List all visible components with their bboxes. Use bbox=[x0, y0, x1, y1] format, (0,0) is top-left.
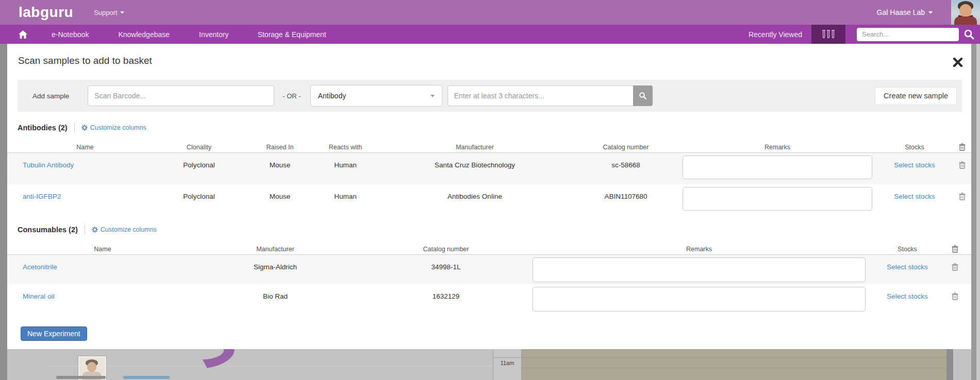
divider bbox=[74, 123, 75, 132]
create-new-sample-button[interactable]: Create new sample bbox=[875, 87, 957, 105]
labguru-logo: labguru bbox=[19, 0, 73, 25]
catalog-number-value: sc-58668 bbox=[573, 153, 678, 169]
trash-icon bbox=[952, 245, 958, 253]
sample-search-input[interactable] bbox=[447, 85, 633, 106]
consumables-section-header: Consumables (2) Customize columns bbox=[18, 225, 157, 234]
consumable-row: Mineral oil Bio Rad 1632129 Select stock… bbox=[7, 284, 971, 314]
reacts-with-value: Human bbox=[314, 153, 376, 169]
select-stocks-link[interactable]: Select stocks bbox=[894, 161, 935, 169]
sample-search-button[interactable] bbox=[633, 85, 653, 106]
select-stocks-link[interactable]: Select stocks bbox=[887, 292, 928, 300]
delete-row-button[interactable] bbox=[952, 292, 958, 300]
manufacturer-value: Santa Cruz Biotechnology bbox=[376, 153, 573, 169]
col-header-stocks: Stocks bbox=[876, 144, 953, 151]
avatar-shirt bbox=[954, 16, 977, 25]
lab-name: Gal Haase Lab bbox=[877, 8, 925, 16]
nav-item-enotebook[interactable]: e-Notebook bbox=[52, 30, 89, 39]
delete-all-antibodies-button[interactable] bbox=[953, 143, 971, 151]
trash-icon bbox=[959, 161, 966, 169]
thumb-face bbox=[87, 362, 96, 372]
dimmed-page-right-edge bbox=[971, 44, 976, 380]
nav-item-knowledgebase[interactable]: Knowledgebase bbox=[118, 30, 170, 39]
clonality-value: Polyclonal bbox=[153, 153, 245, 169]
add-sample-bar: Add sample - OR - Antibody Create new sa… bbox=[18, 80, 962, 112]
calendar-gutter-cell bbox=[493, 349, 521, 358]
screen: labguru Support Gal Haase Lab e-Notebook… bbox=[0, 0, 980, 380]
chevron-down-icon bbox=[120, 11, 124, 14]
sample-type-select[interactable]: Antibody bbox=[310, 85, 442, 107]
dimmed-background-content: Sample 11am bbox=[7, 349, 971, 380]
recently-viewed-button[interactable]: Recently Viewed bbox=[749, 30, 802, 39]
calendar-half-hour-line bbox=[522, 368, 946, 368]
remarks-textarea[interactable] bbox=[683, 156, 872, 179]
clonality-value: Polyclonal bbox=[153, 184, 245, 200]
nav-right-group: Recently Viewed bbox=[749, 25, 980, 44]
raised-in-value: Mouse bbox=[245, 153, 314, 169]
home-button[interactable] bbox=[19, 30, 27, 39]
search-icon bbox=[639, 92, 647, 100]
support-menu[interactable]: Support bbox=[94, 9, 124, 16]
consumables-header-row: Name Manufacturer Catalog number Remarks… bbox=[7, 244, 971, 255]
new-experiment-button[interactable]: New Experiment bbox=[21, 326, 87, 341]
background-divider bbox=[49, 366, 492, 367]
gear-icon bbox=[81, 125, 88, 131]
global-search-button[interactable] bbox=[964, 29, 975, 40]
nav-item-storage-equipment[interactable]: Storage & Equipment bbox=[258, 30, 326, 39]
calendar-scrollbar[interactable] bbox=[946, 349, 953, 380]
scan-barcode-input[interactable] bbox=[88, 85, 274, 106]
consumable-name-link[interactable]: Mineral oil bbox=[23, 292, 55, 300]
samples-basket-tab[interactable] bbox=[811, 25, 845, 44]
nav-item-inventory[interactable]: Inventory bbox=[199, 30, 229, 39]
manufacturer-value: Antibodies Online bbox=[376, 184, 573, 200]
support-label: Support bbox=[94, 9, 118, 16]
col-header-reacts-with: Reacts with bbox=[314, 144, 376, 151]
antibodies-table: Name Clonality Raised In Reacts with Man… bbox=[7, 142, 971, 216]
chevron-down-icon bbox=[430, 95, 435, 97]
antibody-name-link[interactable]: Tubulin Antibody bbox=[23, 161, 74, 169]
catalog-number-value: ABIN1107680 bbox=[573, 184, 678, 200]
scan-samples-modal: Scan samples to add to basket Add sample… bbox=[7, 44, 971, 349]
global-search-input[interactable] bbox=[857, 28, 959, 41]
remarks-textarea[interactable] bbox=[533, 257, 866, 282]
antibodies-header-row: Name Clonality Raised In Reacts with Man… bbox=[7, 142, 971, 153]
catalog-number-value: 1632129 bbox=[363, 284, 529, 300]
remarks-textarea[interactable] bbox=[683, 187, 872, 211]
top-bar: labguru Support Gal Haase Lab bbox=[0, 0, 980, 25]
browser-scrollbar[interactable] bbox=[976, 44, 980, 380]
delete-row-button[interactable] bbox=[952, 263, 958, 271]
delete-row-button[interactable] bbox=[959, 193, 966, 200]
col-header-name: Name bbox=[18, 144, 153, 151]
background-text-fragment bbox=[56, 376, 106, 379]
select-stocks-link[interactable]: Select stocks bbox=[887, 263, 928, 271]
col-header-stocks: Stocks bbox=[869, 246, 945, 253]
manufacturer-value: Bio Rad bbox=[188, 284, 363, 300]
antibodies-customize-columns[interactable]: Customize columns bbox=[81, 124, 146, 131]
modal-title: Scan samples to add to basket bbox=[18, 55, 152, 66]
user-avatar[interactable] bbox=[951, 0, 980, 25]
sample-search-group bbox=[447, 85, 653, 106]
test-tubes-icon bbox=[821, 29, 836, 40]
manufacturer-value: Sigma-Aldrich bbox=[188, 255, 363, 271]
select-stocks-link[interactable]: Select stocks bbox=[894, 193, 935, 200]
lab-switcher[interactable]: Gal Haase Lab bbox=[877, 8, 933, 16]
delete-row-button[interactable] bbox=[959, 161, 966, 169]
close-modal-button[interactable] bbox=[953, 57, 963, 67]
trash-icon bbox=[959, 143, 966, 151]
delete-all-consumables-button[interactable] bbox=[945, 245, 964, 253]
col-header-catalog-number: Catalog number bbox=[573, 144, 678, 151]
trash-icon bbox=[952, 263, 958, 271]
divider bbox=[85, 225, 85, 234]
consumable-row: Acetonitrile Sigma-Aldrich 34998-1L Sele… bbox=[7, 255, 971, 284]
customize-columns-label: Customize columns bbox=[101, 226, 157, 233]
consumables-title: Consumables (2) bbox=[18, 226, 78, 234]
sample-watermark: Sample bbox=[177, 349, 440, 380]
sample-type-value: Antibody bbox=[318, 92, 346, 100]
consumables-table: Name Manufacturer Catalog number Remarks… bbox=[7, 244, 971, 314]
remarks-textarea[interactable] bbox=[533, 287, 866, 312]
consumables-customize-columns[interactable]: Customize columns bbox=[92, 226, 157, 233]
trash-icon bbox=[959, 193, 966, 200]
antibody-name-link[interactable]: anti-IGFBP2 bbox=[23, 193, 61, 200]
trash-icon bbox=[952, 292, 958, 300]
col-header-raised-in: Raised In bbox=[245, 144, 314, 151]
consumable-name-link[interactable]: Acetonitrile bbox=[23, 263, 57, 271]
